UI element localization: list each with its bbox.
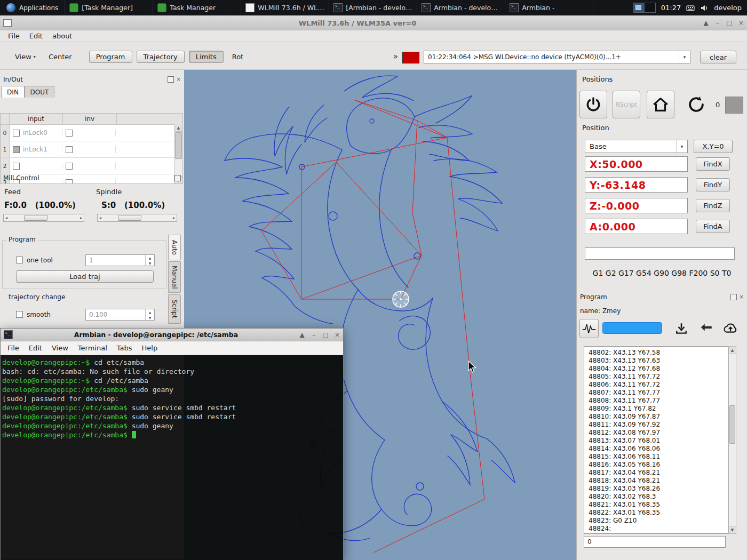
workspace-pager[interactable]	[633, 3, 656, 13]
slider-left-icon[interactable]: ◂	[5, 214, 7, 221]
spindle-slider[interactable]: ◂ ▸	[97, 214, 177, 222]
feed-slider[interactable]: ◂ ▸	[3, 214, 84, 222]
scroll-up-icon[interactable]: ▲	[729, 347, 736, 354]
power-button[interactable]	[579, 91, 607, 118]
menu-terminal[interactable]: Terminal	[73, 343, 112, 353]
coord-system-select[interactable]: Base ▾	[585, 140, 688, 153]
load-traj-button[interactable]: Load traj	[16, 270, 154, 283]
cloud-upload-button[interactable]	[720, 318, 741, 339]
menu-tabs[interactable]: Tabs	[112, 343, 137, 353]
inv-checkbox[interactable]	[66, 146, 73, 153]
rotate-button[interactable]	[682, 91, 710, 118]
center-button[interactable]: Center	[44, 51, 76, 63]
gcode-line[interactable]: 48822: X43.01 Y68.35	[589, 509, 728, 517]
close-button[interactable]: ×	[331, 332, 343, 338]
shade-button[interactable]: ▲	[296, 332, 308, 338]
menu-edit[interactable]: Edit	[24, 343, 47, 353]
maximize-button[interactable]: □	[724, 20, 735, 26]
findz-button[interactable]: FindZ	[696, 199, 730, 212]
spin-up-icon[interactable]: ▲	[146, 309, 154, 315]
taskbar-window-button[interactable]: [Task Manager]	[65, 0, 153, 15]
tool-count-spinbox[interactable]: 1 ▲▼	[85, 254, 155, 266]
gcode-line[interactable]: 48819: X43.03 Y68.26	[589, 485, 728, 493]
tab-manual[interactable]: Manual	[168, 261, 181, 293]
program-toggle[interactable]: Program	[89, 51, 132, 63]
gcode-line[interactable]: 48816: X43.05 Y68.16	[589, 461, 728, 469]
menu-view[interactable]: View	[47, 343, 73, 353]
slider-thumb[interactable]	[118, 215, 141, 221]
tab-dout[interactable]: DOUT	[25, 86, 54, 98]
slider-right-icon[interactable]: ▸	[173, 214, 175, 221]
float-icon[interactable]	[730, 294, 737, 300]
terminal-body[interactable]: develop@orangepipc:~$ cd etc/sambabash: …	[1, 355, 343, 560]
close-icon[interactable]: ×	[740, 294, 744, 300]
workspace-2[interactable]	[645, 3, 655, 12]
spin-down-icon[interactable]: ▼	[146, 260, 154, 266]
float-icon[interactable]	[168, 76, 174, 83]
taskbar-window-button[interactable]: Armbian -	[505, 0, 593, 15]
download-button[interactable]	[672, 319, 691, 338]
taskbar-window-button[interactable]: Armbian - develop...	[417, 0, 505, 15]
trajectory-toggle[interactable]: Trajectory	[137, 51, 185, 63]
taskbar-window-button[interactable]: Task Manager	[153, 0, 241, 15]
findy-button[interactable]: FindY	[696, 178, 730, 191]
float-icon[interactable]	[174, 175, 181, 181]
one-tool-checkbox[interactable]	[16, 257, 23, 263]
gcode-line[interactable]: 48810: X43.09 Y67.87	[589, 413, 728, 421]
gcode-line[interactable]: 48806: X43.11 Y67.72	[589, 381, 728, 389]
gcode-line[interactable]: 48821: X43.01 Y68.35	[589, 501, 728, 509]
rscript-button[interactable]: RScript	[613, 91, 640, 118]
gcode-line[interactable]: 48817: X43.04 Y68.21	[589, 469, 728, 477]
workspace-1[interactable]	[634, 3, 645, 12]
gcode-line[interactable]: 48824:	[589, 525, 728, 533]
chevron-down-icon[interactable]: ▾	[679, 51, 690, 63]
spin-down-icon[interactable]: ▼	[146, 315, 154, 320]
close-icon[interactable]: ×	[177, 77, 181, 82]
gcode-line[interactable]: 48814: X43.06 Y68.06	[589, 445, 728, 453]
gcode-line[interactable]: 48823: G0 Z10	[589, 517, 728, 525]
shade-button[interactable]: ▲	[700, 20, 712, 26]
slider-right-icon[interactable]: ▸	[80, 214, 82, 221]
mdi-input[interactable]	[585, 247, 735, 260]
slider-thumb[interactable]	[24, 215, 47, 221]
tab-auto[interactable]: Auto	[168, 235, 181, 260]
gcode-list[interactable]: 48802: X43.13 Y67.5848803: X43.13 Y67.63…	[584, 346, 728, 534]
menu-file[interactable]: File	[3, 31, 25, 41]
gcode-line[interactable]: 48820: X43.02 Y68.3	[589, 493, 728, 501]
findx-button[interactable]: FindX	[696, 157, 730, 171]
waveform-button[interactable]	[579, 319, 599, 338]
toolbar-overflow[interactable]: »	[393, 52, 398, 61]
gcode-line[interactable]: 48802: X43.13 Y67.58	[589, 349, 728, 357]
scroll-up-icon[interactable]: ▲	[174, 124, 182, 132]
input-method-icon[interactable]	[686, 4, 695, 12]
minimize-button[interactable]: –	[712, 20, 724, 26]
rot-toggle[interactable]: Rot	[228, 51, 248, 63]
smooth-checkbox[interactable]	[16, 311, 23, 318]
home-button[interactable]	[647, 91, 674, 118]
minimize-button[interactable]: –	[308, 332, 320, 338]
applications-menu[interactable]: Applications	[0, 0, 65, 15]
log-combobox[interactable]: 01:22:34:064 >MSG WLDevice::no device (t…	[424, 51, 690, 63]
inv-checkbox[interactable]	[66, 163, 73, 170]
inv-checkbox[interactable]	[66, 130, 73, 137]
limits-toggle[interactable]: Limits	[189, 51, 224, 63]
line-counter-input[interactable]	[584, 536, 726, 548]
taskbar-window-button[interactable]: WLMill 73.6h / WLM...	[241, 0, 329, 15]
smooth-spinbox[interactable]: 0.100 ▲▼	[85, 309, 155, 321]
menu-file[interactable]: File	[3, 343, 24, 353]
spin-up-icon[interactable]: ▲	[146, 255, 154, 260]
color-square-button[interactable]	[725, 97, 743, 114]
gcode-line[interactable]: 48808: X43.11 Y67.77	[589, 397, 728, 405]
view-button[interactable]: View▾	[11, 51, 40, 63]
gcode-line[interactable]: 48807: X43.11 Y67.77	[589, 389, 728, 397]
gcode-line[interactable]: 48803: X43.13 Y67.63	[589, 357, 728, 365]
gcode-line[interactable]: 48809: X43.1 Y67.82	[589, 405, 728, 413]
terminal-titlebar[interactable]: Armbian - develop@orangepipc: /etc/samba…	[1, 329, 343, 341]
volume-icon[interactable]	[700, 4, 709, 12]
wlmill-titlebar[interactable]: WLMill 73.6h / WLM35A ver=0 ▲ – □ ×	[0, 15, 747, 31]
gcode-line[interactable]: 48811: X43.09 Y67.92	[589, 421, 728, 429]
tab-din[interactable]: DIN	[1, 86, 25, 98]
undo-button[interactable]	[697, 319, 716, 338]
gcode-line[interactable]: 48818: X43.04 Y68.21	[589, 477, 728, 485]
scrollbar-thumb[interactable]	[175, 132, 182, 159]
